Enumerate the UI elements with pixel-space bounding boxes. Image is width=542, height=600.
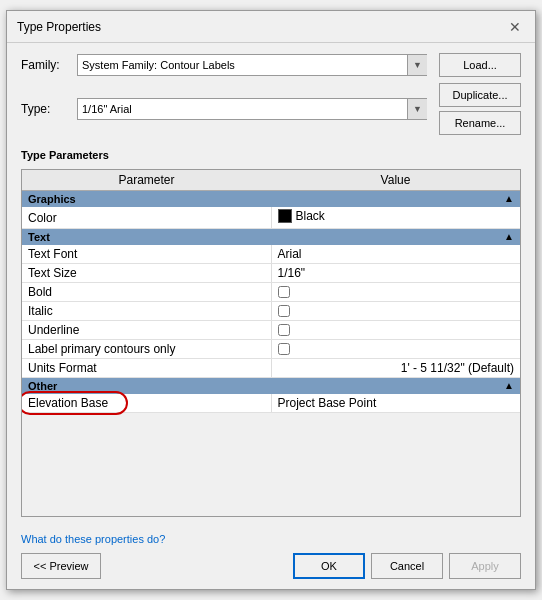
- value-color[interactable]: Black: [271, 207, 520, 229]
- value-bold[interactable]: [271, 283, 520, 302]
- side-buttons-type: Duplicate... Rename...: [439, 83, 521, 135]
- group-label-graphics: Graphics ▲: [22, 191, 520, 208]
- family-row: Family: System Family: Contour Labels ▼ …: [21, 53, 521, 77]
- underline-checkbox-cell: [278, 324, 515, 336]
- cancel-button[interactable]: Cancel: [371, 553, 443, 579]
- type-row: Type: 1/16" Arial ▼ Duplicate... Rename.…: [21, 83, 521, 135]
- footer-buttons: << Preview OK Cancel Apply: [21, 553, 521, 579]
- load-button[interactable]: Load...: [439, 53, 521, 77]
- apply-button[interactable]: Apply: [449, 553, 521, 579]
- table-row: Units Format 1' - 5 11/32" (Default): [22, 359, 520, 378]
- parameters-table: Parameter Value Graphics ▲ Color: [22, 170, 520, 413]
- label-primary-checkbox-cell: [278, 343, 515, 355]
- family-select[interactable]: System Family: Contour Labels: [77, 54, 427, 76]
- group-row-graphics: Graphics ▲: [22, 191, 520, 208]
- table-row: Color Black: [22, 207, 520, 229]
- type-label: Type:: [21, 102, 69, 116]
- col-parameter-header: Parameter: [22, 170, 271, 191]
- param-underline: Underline: [22, 321, 271, 340]
- bold-checkbox[interactable]: [278, 286, 290, 298]
- dialog-footer: What do these properties do? << Preview …: [7, 527, 535, 589]
- col-value-header: Value: [271, 170, 520, 191]
- dialog-title: Type Properties: [17, 20, 101, 34]
- table-row: Elevation Base Project Base Point: [22, 394, 520, 413]
- value-text-size[interactable]: 1/16": [271, 264, 520, 283]
- elevation-base-text: Elevation Base: [28, 396, 108, 410]
- type-parameters-label: Type Parameters: [21, 149, 521, 161]
- param-text-font: Text Font: [22, 245, 271, 264]
- table-row: Bold: [22, 283, 520, 302]
- label-primary-checkbox[interactable]: [278, 343, 290, 355]
- family-label: Family:: [21, 58, 69, 72]
- value-text-font[interactable]: Arial: [271, 245, 520, 264]
- title-bar: Type Properties ✕: [7, 11, 535, 43]
- table-row: Underline: [22, 321, 520, 340]
- type-select-wrapper: 1/16" Arial ▼: [77, 98, 427, 120]
- table-row: Italic: [22, 302, 520, 321]
- param-bold: Bold: [22, 283, 271, 302]
- group-collapse-other-icon[interactable]: ▲: [504, 380, 514, 391]
- color-label: Black: [296, 209, 325, 223]
- bold-checkbox-cell: [278, 286, 515, 298]
- duplicate-button[interactable]: Duplicate...: [439, 83, 521, 107]
- group-collapse-text-icon[interactable]: ▲: [504, 231, 514, 242]
- param-units-format: Units Format: [22, 359, 271, 378]
- dialog-content: Family: System Family: Contour Labels ▼ …: [7, 43, 535, 527]
- group-row-text: Text ▲: [22, 229, 520, 246]
- value-elevation-base[interactable]: Project Base Point: [271, 394, 520, 413]
- group-collapse-graphics-icon[interactable]: ▲: [504, 193, 514, 204]
- group-label-text: Text ▲: [22, 229, 520, 246]
- value-underline[interactable]: [271, 321, 520, 340]
- value-italic[interactable]: [271, 302, 520, 321]
- close-button[interactable]: ✕: [505, 17, 525, 37]
- side-buttons-family: Load...: [439, 53, 521, 77]
- param-text-size: Text Size: [22, 264, 271, 283]
- param-color: Color: [22, 207, 271, 229]
- table-row: Text Font Arial: [22, 245, 520, 264]
- preview-button[interactable]: << Preview: [21, 553, 101, 579]
- group-label-other: Other ▲: [22, 378, 520, 395]
- type-select[interactable]: 1/16" Arial: [77, 98, 427, 120]
- param-label-primary: Label primary contours only: [22, 340, 271, 359]
- type-properties-dialog: Type Properties ✕ Family: System Family:…: [6, 10, 536, 590]
- table-row: Text Size 1/16": [22, 264, 520, 283]
- table-header-row: Parameter Value: [22, 170, 520, 191]
- param-elevation-base: Elevation Base: [22, 394, 271, 413]
- parameters-table-container: Parameter Value Graphics ▲ Color: [21, 169, 521, 517]
- value-units-format[interactable]: 1' - 5 11/32" (Default): [271, 359, 520, 378]
- group-row-other: Other ▲: [22, 378, 520, 395]
- value-label-primary[interactable]: [271, 340, 520, 359]
- underline-checkbox[interactable]: [278, 324, 290, 336]
- table-row: Label primary contours only: [22, 340, 520, 359]
- family-select-wrapper: System Family: Contour Labels ▼: [77, 54, 427, 76]
- help-link[interactable]: What do these properties do?: [21, 533, 521, 545]
- italic-checkbox[interactable]: [278, 305, 290, 317]
- param-italic: Italic: [22, 302, 271, 321]
- ok-button[interactable]: OK: [293, 553, 365, 579]
- color-swatch-box: [278, 209, 292, 223]
- color-swatch: Black: [278, 209, 325, 223]
- italic-checkbox-cell: [278, 305, 515, 317]
- rename-button[interactable]: Rename...: [439, 111, 521, 135]
